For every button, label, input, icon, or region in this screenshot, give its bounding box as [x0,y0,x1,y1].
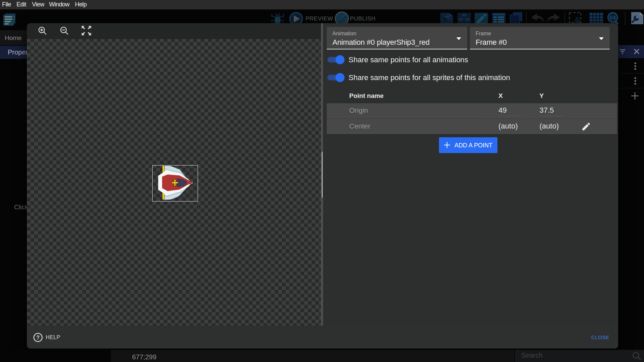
svg-text:1:1: 1:1 [610,15,616,20]
svg-text:?: ? [36,335,40,340]
